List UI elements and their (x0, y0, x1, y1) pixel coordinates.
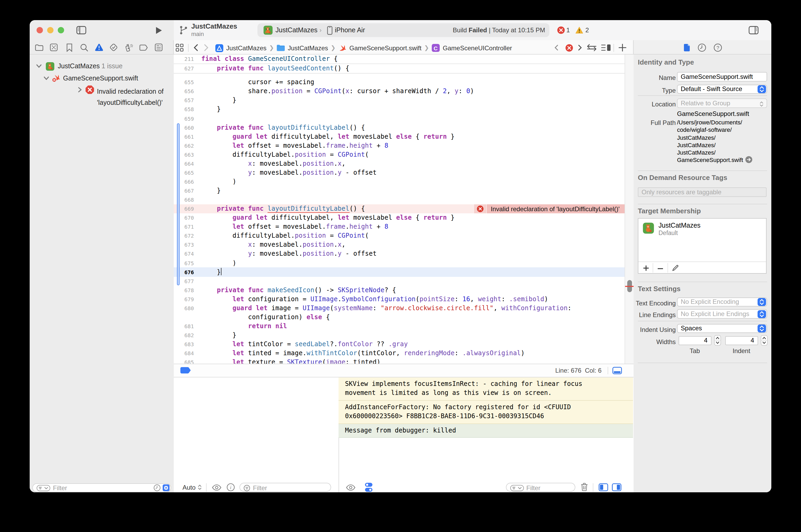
navigator-issue-row[interactable]: Invalid redeclaration of 'layoutDifficul… (97, 86, 164, 109)
code-line[interactable]: 211final class GameSceneUIController { (174, 55, 624, 63)
code-line[interactable]: 667 } (174, 186, 624, 195)
tab-changes-navigator-icon[interactable] (50, 43, 58, 51)
show-issues-only-icon[interactable] (162, 484, 169, 491)
tab-history-inspector-icon[interactable] (698, 43, 706, 52)
variables-filter-field[interactable]: Filter (239, 483, 331, 492)
run-destination[interactable]: iPhone Air (335, 26, 365, 34)
line-col-indicator[interactable]: Line: 676 Col: 6 (555, 366, 602, 374)
code-editor[interactable]: 655 cursor += spacing656 share.position … (174, 55, 624, 364)
tab-width-stepper[interactable] (714, 335, 721, 346)
disclosure-open-icon[interactable] (43, 76, 49, 80)
code-line[interactable]: 676 } (174, 268, 624, 277)
code-line[interactable]: 671 let offset = movesLabel.frame.height… (174, 223, 624, 232)
add-editor-icon[interactable] (618, 43, 627, 52)
tab-bookmarks-navigator-icon[interactable] (66, 43, 72, 52)
code-line[interactable]: 675 ) (174, 259, 624, 268)
code-line[interactable]: configuration) else { (174, 313, 624, 322)
code-line[interactable]: 684 let tinted = image.withTintColor(tin… (174, 349, 624, 358)
show-variables-view-icon[interactable] (598, 483, 608, 491)
tab-width-field[interactable]: 4 (678, 336, 711, 345)
name-field[interactable]: GameSceneSupport.swift (677, 72, 767, 81)
code-line[interactable]: 665 y: movesLabel.position.y - offset (174, 168, 624, 177)
warning-badge-icon[interactable] (575, 26, 583, 34)
code-line[interactable]: 656 share.position = CGPoint(x: cursor +… (174, 87, 624, 96)
encoding-popup[interactable]: No Explicit Encoding (677, 297, 767, 306)
console-filter-field[interactable]: Filter (506, 483, 575, 492)
navigator-file-row[interactable]: GameSceneSupport.swift (63, 74, 138, 82)
code-line[interactable]: 659 (174, 114, 624, 123)
code-line[interactable]: 655 cursor += spacing (174, 78, 624, 87)
endings-popup[interactable]: No Explicit Line Endings (677, 309, 767, 318)
disclosure-open-icon[interactable] (36, 64, 42, 68)
target-membership-list[interactable]: JustCatMazes Default (638, 218, 767, 274)
code-line[interactable]: 666 ) (174, 177, 624, 186)
tab-issues-navigator-icon[interactable] (94, 43, 103, 51)
minimize-button[interactable] (47, 27, 53, 33)
code-line[interactable]: 682 } (174, 331, 624, 340)
code-line[interactable]: 680 guard let image = UIImage(systemName… (174, 304, 624, 313)
code-line[interactable]: 657 } (174, 96, 624, 105)
show-console-view-icon[interactable] (612, 483, 621, 491)
tab-breakpoints-navigator-icon[interactable] (139, 44, 148, 51)
tab-find-navigator-icon[interactable] (80, 43, 88, 52)
open-path-arrow-icon[interactable] (745, 156, 752, 163)
code-line[interactable]: 673 x: movesLabel.position.x, (174, 241, 624, 250)
navigator-project-row[interactable]: JustCatMazes 1 issue (58, 62, 123, 70)
console-log-message[interactable]: AddInstanceForFactory: No factory regist… (339, 400, 633, 424)
trash-icon[interactable] (580, 482, 588, 491)
variables-view-mode-icon[interactable] (212, 484, 221, 491)
crumb-symbol[interactable]: GameSceneUIController (443, 44, 512, 52)
type-popup[interactable]: Default - Swift Source (677, 84, 767, 94)
run-button[interactable] (155, 26, 163, 34)
code-line[interactable]: 662 let offset = movesLabel.frame.height… (174, 141, 624, 150)
console-debugger-message[interactable]: Message from debugger: killed (339, 424, 633, 438)
code-line[interactable]: 668 (174, 195, 624, 204)
code-line[interactable]: 677 (174, 277, 624, 286)
next-issue-icon[interactable] (578, 44, 582, 51)
code-line[interactable]: 658 } (174, 105, 624, 114)
disclosure-closed-icon[interactable] (78, 87, 82, 93)
build-status[interactable]: Build Failed | Today at 10:15 PM (453, 26, 545, 34)
variables-info-icon[interactable]: i (226, 483, 234, 491)
related-items-icon[interactable] (175, 43, 184, 52)
code-line[interactable]: 627 private func layoutSeedContent() { (174, 64, 624, 73)
jumpbar-error-icon[interactable] (565, 44, 573, 52)
tab-debug-navigator-icon[interactable] (125, 43, 133, 52)
prev-issue-icon[interactable] (554, 44, 558, 51)
tab-tests-navigator-icon[interactable] (110, 43, 117, 51)
crumb-project[interactable]: JustCatMazes (226, 44, 267, 52)
code-line[interactable]: 681 return nil (174, 322, 624, 331)
edit-target-icon[interactable] (672, 265, 679, 271)
resource-tags-field[interactable]: Only resources are taggable (638, 187, 767, 197)
location-popup[interactable]: Relative to Group (677, 99, 767, 108)
indent-width-stepper[interactable] (761, 335, 767, 346)
code-line[interactable]: 685 let texture = SKTexture(image: tinte… (174, 358, 624, 364)
tab-help-inspector-icon[interactable]: ? (714, 43, 722, 52)
code-line[interactable]: 670 guard let difficultyLabel, let moves… (174, 213, 624, 222)
code-line[interactable]: 661 guard let difficultyLabel, let moves… (174, 132, 624, 141)
crumb-file[interactable]: GameSceneSupport.swift (349, 44, 421, 52)
console-log-message[interactable]: SKView implements focusItemsInRect: - ca… (339, 377, 633, 400)
toggle-inspector-icon[interactable] (749, 26, 759, 34)
tab-project-navigator-icon[interactable] (35, 44, 43, 51)
add-target-icon[interactable] (643, 265, 649, 271)
editor-options-icon[interactable] (601, 44, 611, 51)
code-line[interactable]: 663 difficultyLabel.position = CGPoint( (174, 150, 624, 159)
code-line[interactable]: 683 let tintColor = seedLabel?.fontColor… (174, 340, 624, 349)
variables-scope-popup[interactable]: Auto (182, 483, 196, 491)
toggle-debug-area-icon[interactable] (612, 367, 622, 374)
code-line[interactable]: 672 difficultyLabel.position = CGPoint( (174, 232, 624, 241)
code-line[interactable]: 674 y: movesLabel.position.y - offset (174, 250, 624, 259)
scheme-name[interactable]: JustCatMazes (275, 26, 317, 34)
forward-icon[interactable] (204, 44, 209, 51)
console-view-mode-icon[interactable] (346, 484, 355, 491)
tab-file-inspector-icon[interactable] (684, 43, 690, 52)
inline-error-annotation[interactable]: Invalid redeclaration of 'layoutDifficul… (474, 205, 624, 214)
indent-popup[interactable]: Spaces (677, 324, 767, 333)
error-badge-icon[interactable] (557, 26, 565, 34)
filter-icon[interactable] (37, 485, 50, 491)
code-lines[interactable]: 655 cursor += spacing656 share.position … (174, 78, 624, 364)
code-line[interactable]: 679 let configuration = UIImage.SymbolCo… (174, 295, 624, 304)
recent-files-icon[interactable] (153, 484, 161, 491)
back-icon[interactable] (193, 44, 198, 51)
